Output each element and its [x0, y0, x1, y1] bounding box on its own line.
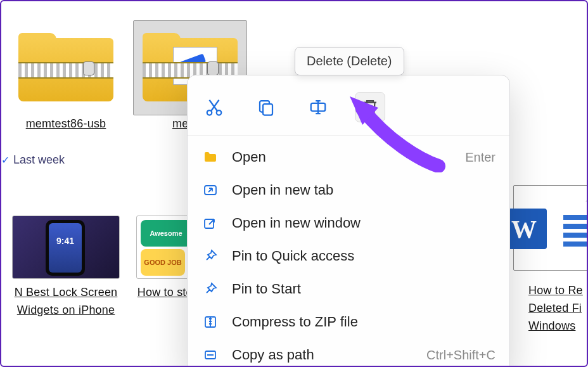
menu-item-label: Open: [232, 149, 266, 165]
context-menu-list: Open Enter Open in new tab Open in new w…: [188, 136, 509, 367]
menu-item-pin-quick-access[interactable]: Pin to Quick access: [191, 240, 506, 273]
menu-item-open-new-window[interactable]: Open in new window: [191, 207, 506, 240]
menu-item-copy-as-path[interactable]: Copy as path Ctrl+Shift+C: [191, 338, 506, 367]
new-tab-icon: [201, 181, 219, 199]
delete-button[interactable]: [355, 92, 385, 122]
menu-item-label: Compress to ZIP file: [232, 314, 358, 330]
trash-icon: [361, 98, 380, 117]
menu-item-pin-start[interactable]: Pin to Start: [191, 273, 506, 306]
menu-item-label: Pin to Quick access: [232, 248, 354, 264]
svg-point-0: [207, 110, 212, 115]
svg-point-1: [217, 110, 222, 115]
context-menu: Open Enter Open in new tab Open in new w…: [187, 75, 510, 367]
menu-item-label: Open in new tab: [232, 182, 333, 198]
menu-item-open[interactable]: Open Enter: [191, 141, 506, 174]
file-label: How to Re Deleted Fi Windows: [507, 282, 588, 335]
rename-button[interactable]: [303, 92, 333, 122]
file-item-zip-1[interactable]: memtest86-usb: [9, 20, 123, 133]
file-label: memtest86-usb: [9, 115, 123, 133]
copy-button[interactable]: [251, 92, 281, 122]
pin-icon: [201, 247, 219, 265]
group-header-last-week[interactable]: ✓ Last week: [1, 153, 65, 167]
chevron-down-icon: ✓: [1, 154, 10, 166]
copy-icon: [257, 98, 276, 117]
svg-rect-3: [263, 104, 272, 115]
menu-item-open-new-tab[interactable]: Open in new tab: [191, 174, 506, 207]
group-header-label: Last week: [13, 153, 65, 167]
path-icon: [201, 346, 219, 364]
menu-item-compress-zip[interactable]: Compress to ZIP file: [191, 306, 506, 338]
zip-folder-icon: [9, 20, 123, 115]
file-item-doc-1[interactable]: 9:41 N Best Lock Screen Widgets on iPhon…: [9, 216, 123, 319]
folder-icon: [201, 148, 219, 166]
pin-icon: [201, 280, 219, 298]
cut-icon: [205, 98, 224, 117]
new-window-icon: [201, 214, 219, 232]
menu-item-shortcut: Enter: [465, 150, 495, 165]
context-menu-toolbar: [188, 75, 509, 136]
delete-tooltip: Delete (Delete): [295, 47, 404, 75]
word-doc-icon: W: [513, 185, 588, 271]
file-label: N Best Lock Screen Widgets on iPhone: [9, 284, 123, 319]
cut-button[interactable]: [199, 92, 229, 122]
rename-icon: [309, 98, 328, 117]
tooltip-text: Delete (Delete): [307, 54, 392, 68]
menu-item-label: Pin to Start: [232, 281, 301, 297]
menu-item-shortcut: Ctrl+Shift+C: [426, 348, 495, 363]
zip-icon: [201, 313, 219, 331]
thumbnail-icon: 9:41: [12, 216, 120, 279]
menu-item-label: Open in new window: [232, 215, 361, 231]
menu-item-label: Copy as path: [232, 347, 314, 363]
file-item-word-doc[interactable]: W How to Re Deleted Fi Windows: [507, 185, 588, 335]
